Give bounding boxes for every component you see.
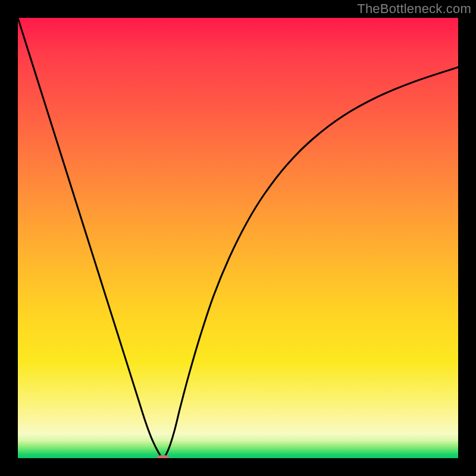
min-marker — [156, 455, 170, 458]
plot-area — [18, 18, 458, 458]
chart-frame: TheBottleneck.com — [0, 0, 476, 476]
curve-svg — [18, 18, 458, 458]
watermark-text: TheBottleneck.com — [357, 1, 471, 17]
bottleneck-curve-path — [18, 18, 458, 458]
